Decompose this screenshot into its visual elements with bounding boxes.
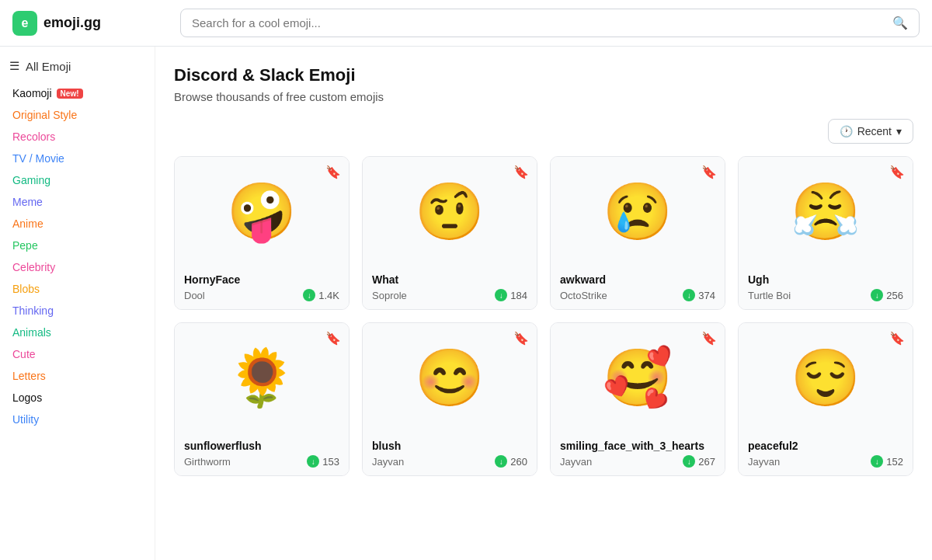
download-count: ↓ 374 bbox=[683, 289, 715, 301]
sort-button[interactable]: 🕐 Recent ▾ bbox=[828, 119, 913, 144]
emoji-image-area: 🤪 🔖 bbox=[175, 157, 349, 266]
emoji-card-info: HornyFace Dool ↓ 1.4K bbox=[175, 266, 349, 309]
emoji-image-area: 🌻 🔖 bbox=[175, 323, 349, 432]
sidebar-item-celebrity[interactable]: Celebrity bbox=[9, 258, 145, 277]
download-badge-icon: ↓ bbox=[303, 289, 315, 301]
emoji-card[interactable]: 🌻 🔖 sunflowerflush Girthworm ↓ 153 bbox=[174, 322, 350, 476]
sidebar-label-pepe: Pepe bbox=[12, 239, 38, 252]
download-badge-icon: ↓ bbox=[495, 289, 507, 301]
bookmark-icon[interactable]: 🔖 bbox=[513, 165, 529, 179]
download-badge-icon: ↓ bbox=[871, 455, 883, 468]
sidebar-item-gaming[interactable]: Gaming bbox=[9, 171, 145, 190]
emoji-author: Soprole bbox=[372, 290, 407, 301]
emoji-card-info: What Soprole ↓ 184 bbox=[363, 266, 537, 309]
sidebar-item-animals[interactable]: Animals bbox=[9, 323, 145, 342]
sidebar-item-meme[interactable]: Meme bbox=[9, 193, 145, 211]
search-bar: 🔍 bbox=[180, 9, 920, 37]
emoji-meta: Soprole ↓ 184 bbox=[372, 289, 527, 301]
sidebar-label-letters: Letters bbox=[12, 370, 46, 382]
new-badge: New! bbox=[57, 89, 83, 99]
top-bar: 🕐 Recent ▾ bbox=[174, 119, 913, 144]
emoji-meta: OctoStrike ↓ 374 bbox=[560, 289, 715, 301]
logo-icon[interactable]: e bbox=[12, 11, 37, 36]
sidebar-item-anime[interactable]: Anime bbox=[9, 214, 145, 233]
sidebar-label-logos: Logos bbox=[12, 391, 42, 404]
bookmark-icon[interactable]: 🔖 bbox=[325, 165, 341, 179]
main-content: Discord & Slack Emoji Browse thousands o… bbox=[155, 47, 932, 560]
sidebar-label-gaming: Gaming bbox=[12, 174, 50, 186]
emoji-image-area: 😢 🔖 bbox=[551, 157, 725, 266]
emoji-visual: 😤 bbox=[791, 179, 861, 245]
emoji-visual: 🥰 bbox=[603, 345, 673, 411]
emoji-card-info: blush Jayvan ↓ 260 bbox=[363, 432, 537, 475]
sidebar-item-blobs[interactable]: Blobs bbox=[9, 280, 145, 298]
emoji-meta: Jayvan ↓ 260 bbox=[372, 455, 527, 468]
emoji-meta: Turtle Boi ↓ 256 bbox=[748, 289, 903, 301]
sidebar-all-emoji[interactable]: ☰ All Emoji bbox=[9, 59, 145, 73]
search-input[interactable] bbox=[192, 16, 886, 30]
emoji-name: HornyFace bbox=[184, 273, 339, 286]
sidebar: ☰ All Emoji KaomojiNew!Original StyleRec… bbox=[0, 47, 155, 560]
download-badge-icon: ↓ bbox=[683, 455, 695, 468]
layout: ☰ All Emoji KaomojiNew!Original StyleRec… bbox=[0, 47, 932, 560]
sidebar-item-letters[interactable]: Letters bbox=[9, 367, 145, 385]
emoji-visual: 😊 bbox=[415, 345, 485, 411]
emoji-image-area: 🥰 🔖 bbox=[551, 323, 725, 432]
emoji-meta: Jayvan ↓ 267 bbox=[560, 455, 715, 468]
bookmark-icon[interactable]: 🔖 bbox=[513, 331, 529, 346]
sidebar-item-recolors[interactable]: Recolors bbox=[9, 127, 145, 146]
bookmark-icon[interactable]: 🔖 bbox=[701, 331, 717, 346]
emoji-visual: 😌 bbox=[791, 345, 861, 411]
emoji-card[interactable]: 😊 🔖 blush Jayvan ↓ 260 bbox=[362, 322, 537, 476]
sidebar-item-pepe[interactable]: Pepe bbox=[9, 236, 145, 255]
hamburger-icon: ☰ bbox=[9, 59, 19, 73]
emoji-card[interactable]: 🥰 🔖 smiling_face_with_3_hearts Jayvan ↓ … bbox=[550, 322, 725, 476]
sidebar-item-original-style[interactable]: Original Style bbox=[9, 106, 145, 124]
sidebar-item-utility[interactable]: Utility bbox=[9, 410, 145, 429]
emoji-visual: 🌻 bbox=[227, 345, 297, 411]
download-badge-icon: ↓ bbox=[307, 455, 319, 468]
search-button[interactable]: 🔍 bbox=[892, 16, 908, 30]
emoji-image-area: 🤨 🔖 bbox=[363, 157, 537, 266]
sidebar-item-kaomoji[interactable]: KaomojiNew! bbox=[9, 84, 145, 103]
sidebar-label-cute: Cute bbox=[12, 348, 36, 360]
sidebar-label-recolors: Recolors bbox=[12, 130, 55, 143]
emoji-author: Girthworm bbox=[184, 456, 231, 468]
emoji-author: Dool bbox=[184, 290, 205, 301]
page-title: Discord & Slack Emoji bbox=[174, 65, 913, 85]
emoji-author: Turtle Boi bbox=[748, 290, 791, 301]
download-number: 1.4K bbox=[318, 290, 339, 301]
bookmark-icon[interactable]: 🔖 bbox=[701, 165, 717, 179]
emoji-name: What bbox=[372, 273, 527, 286]
download-number: 267 bbox=[698, 456, 715, 468]
download-number: 260 bbox=[510, 456, 527, 468]
emoji-card-info: Ugh Turtle Boi ↓ 256 bbox=[739, 266, 913, 309]
download-count: ↓ 152 bbox=[871, 455, 903, 468]
emoji-card[interactable]: 😢 🔖 awkward OctoStrike ↓ 374 bbox=[550, 156, 725, 310]
sidebar-label-anime: Anime bbox=[12, 217, 43, 230]
sidebar-label-meme: Meme bbox=[12, 196, 43, 208]
sidebar-item-thinking[interactable]: Thinking bbox=[9, 301, 145, 320]
sidebar-item-cute[interactable]: Cute bbox=[9, 345, 145, 363]
emoji-card[interactable]: 🤨 🔖 What Soprole ↓ 184 bbox=[362, 156, 537, 310]
emoji-card[interactable]: 🤪 🔖 HornyFace Dool ↓ 1.4K bbox=[174, 156, 350, 310]
emoji-card-info: sunflowerflush Girthworm ↓ 153 bbox=[175, 432, 349, 475]
sort-label: Recent bbox=[857, 125, 892, 137]
emoji-name: smiling_face_with_3_hearts bbox=[560, 440, 715, 452]
bookmark-icon[interactable]: 🔖 bbox=[889, 165, 905, 179]
sidebar-item-logos[interactable]: Logos bbox=[9, 388, 145, 407]
emoji-name: peaceful2 bbox=[748, 440, 903, 452]
sidebar-label-kaomoji: Kaomoji bbox=[12, 87, 52, 99]
sidebar-item-tv-movie[interactable]: TV / Movie bbox=[9, 149, 145, 168]
emoji-name: sunflowerflush bbox=[184, 440, 339, 452]
emoji-card[interactable]: 😌 🔖 peaceful2 Jayvan ↓ 152 bbox=[738, 322, 913, 476]
emoji-grid: 🤪 🔖 HornyFace Dool ↓ 1.4K 🤨 🔖 What Sopro… bbox=[174, 156, 913, 476]
logo-area: e emoji.gg bbox=[12, 11, 168, 36]
download-number: 153 bbox=[322, 456, 339, 468]
header: e emoji.gg 🔍 bbox=[0, 0, 932, 47]
bookmark-icon[interactable]: 🔖 bbox=[889, 331, 905, 346]
download-number: 184 bbox=[510, 290, 527, 301]
bookmark-icon[interactable]: 🔖 bbox=[325, 331, 341, 346]
emoji-card[interactable]: 😤 🔖 Ugh Turtle Boi ↓ 256 bbox=[738, 156, 913, 310]
sidebar-label-tv-movie: TV / Movie bbox=[12, 152, 64, 165]
